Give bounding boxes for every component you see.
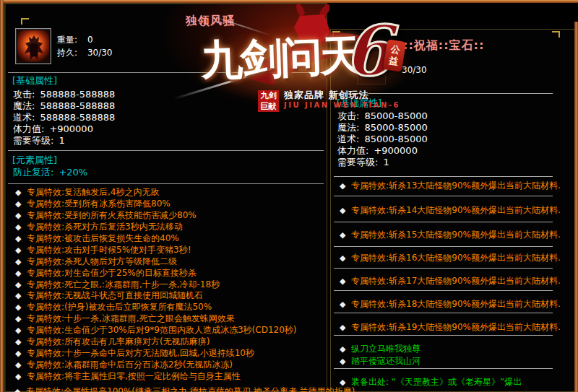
effect-text: 专属特效:受到的所有火系技能伤害减少80% — [27, 210, 197, 220]
weight-label: 重量: — [57, 35, 77, 45]
effect-text: 专属特效:杀死人物后对方等级降低二级 — [27, 256, 177, 266]
effect-text: 专属特效:斩杀13大陆怪物90%额外爆出当前大陆材料. — [351, 180, 561, 191]
diamond-bullet-icon: ◆ — [15, 279, 25, 291]
diamond-bullet-icon: ◆ — [340, 253, 350, 263]
divider — [334, 246, 553, 247]
stat-value: 85000-85000 — [364, 122, 427, 133]
corner-bracket-icon — [552, 31, 560, 38]
diamond-bullet-icon: ◆ — [340, 344, 350, 354]
effect-text: 专属特效:斩杀15大陆怪物90%额外爆出当前大陆材料. — [351, 230, 561, 240]
corner-bracket-icon — [332, 31, 340, 38]
diamond-bullet-icon: ◆ — [15, 302, 25, 313]
stat-row: 体力值:+900000 — [337, 145, 428, 157]
effect-text: 专属特效:被攻击后恢复损失生命的40% — [27, 233, 179, 243]
diamond-bullet-icon: ◆ — [15, 256, 25, 268]
effect-text: 专属特效:冰霜群雨命中后百分百冰冻2秒(无视防冰冻) — [27, 360, 233, 370]
diamond-bullet-icon: ◆ — [15, 371, 25, 383]
diamond-bullet-icon: ◆ — [15, 268, 25, 279]
stat-row: 防止复活:+20% — [13, 167, 87, 178]
item-slot-outline[interactable] — [357, 48, 386, 84]
diamond-bullet-icon: ◆ — [340, 230, 350, 240]
window-border-top — [0, 0, 578, 3]
effect-line: ◆专属特效:斩杀18大陆怪物90%额外爆出当前大陆材料. — [340, 298, 561, 310]
stat-row: 体力值:+900000 — [13, 123, 115, 135]
diamond-bullet-icon: ◆ — [15, 222, 25, 233]
stat-label: 道术: — [13, 112, 35, 123]
base-stats: 攻击:588888-588888 魔法:588888-588888 道术:588… — [13, 89, 115, 147]
item-tooltip-left: 独领风骚 重量: 0 持久: 30/30 [基础属性] 攻击:588888-58… — [4, 3, 327, 392]
item-title: 独领风骚 — [186, 14, 235, 29]
window-border-left — [0, 0, 4, 392]
section-base-attributes: [基础属性] — [12, 74, 57, 87]
stat-label: 需要等级: — [13, 135, 53, 146]
diamond-bullet-icon: ◆ — [340, 378, 350, 387]
effect-text: 专属特效:斩杀19大陆怪物90%额外爆出当前大陆材料. — [351, 322, 561, 332]
weight-value: 0 — [87, 35, 93, 45]
durability-value: 30/30 — [87, 48, 113, 58]
demon-silhouette-icon — [17, 30, 51, 64]
item-icon[interactable] — [15, 28, 51, 64]
diamond-bullet-icon: ◆ — [15, 245, 25, 256]
stat-value: 85000-85000 — [364, 134, 427, 144]
corner-bracket-icon — [21, 18, 29, 25]
stat-label: 攻击: — [13, 89, 35, 100]
durability-label: 持久: — [57, 48, 77, 58]
divider — [334, 268, 553, 269]
divider — [8, 183, 324, 184]
stat-value: 85000-85000 — [364, 110, 427, 121]
effect-text: 专属特效:将非主属性归零,按照一定比例给与自身主属性 — [27, 371, 241, 381]
effect-text: 专属特效:十步一杀,冰霜群雨,死亡之眼会触发蛛网效果 — [27, 313, 235, 323]
effect-text: 专属特效:(护身)被攻击后立即恢复所有魔法50% — [27, 302, 212, 312]
divider — [8, 72, 324, 73]
stat-row: 魔法:588888-588888 — [13, 100, 115, 112]
diamond-bullet-icon: ◆ — [15, 199, 25, 210]
diamond-bullet-icon: ◆ — [340, 181, 350, 191]
durability-row: 持久: 30/30 — [57, 47, 112, 59]
effect-text: 专属特效:斩杀18大陆怪物90%额外爆出当前大陆材料. — [351, 299, 561, 309]
game-screen: 独领风骚 重量: 0 持久: 30/30 [基础属性] 攻击:588888-58… — [0, 0, 578, 392]
stat-label: 体力值: — [13, 123, 44, 134]
divider — [334, 196, 553, 196]
stat-row: 道术:85000-85000 — [337, 134, 428, 145]
stat-label: 体力值: — [337, 145, 368, 156]
durability-value: 30/30 — [402, 65, 427, 75]
effect-text: 专属特效:死亡之眼,:冰霜群雨,十步一杀,冷却-18秒 — [27, 279, 220, 289]
stat-row: 道术:588888-588888 — [13, 112, 115, 123]
source-text: 装备出处: “《天罡教主》或《老寿星》”爆出 — [351, 377, 522, 387]
diamond-bullet-icon: ◆ — [15, 313, 25, 325]
diamond-bullet-icon: ◆ — [340, 323, 350, 332]
divider — [334, 176, 553, 177]
stat-value: 1 — [59, 135, 64, 146]
stat-value: 1 — [383, 157, 389, 167]
section-base-attributes: [基础属性] — [337, 97, 381, 110]
diamond-bullet-icon: ◆ — [14, 388, 25, 392]
effect-text: 专属特效:全属性提高100%(继承三相之力,德拉克萨的暮刃,神圣分离者,兰德里的… — [26, 387, 355, 392]
divider — [8, 150, 324, 151]
stat-value: +900000 — [49, 123, 93, 134]
stat-label: 魔法: — [13, 100, 35, 111]
diamond-bullet-icon: ◆ — [15, 233, 25, 245]
stat-label: 攻击: — [337, 110, 359, 121]
divider — [334, 93, 553, 94]
motto-text: 纵刀立马唯我独尊 — [351, 344, 420, 354]
stat-row: 攻击:85000-85000 — [337, 110, 428, 122]
effect-text: 专属特效:斩杀17大陆怪物90%额外爆出当前大陆材料. — [351, 276, 561, 286]
stat-row: 需要等级:1 — [13, 135, 115, 147]
stat-value: +900000 — [374, 145, 418, 156]
diamond-bullet-icon: ◆ — [340, 206, 350, 215]
motto-line: ◆踏平倭寇还我山河 — [340, 355, 420, 367]
effect-text: 专属特效:十步一杀命中后对方无法随机,回城,小退持续10秒 — [27, 348, 254, 358]
effect-line: ◆专属特效:斩杀16大陆怪物90%额外爆出当前大陆材料. — [340, 252, 561, 264]
weight-row: 重量: 0 — [57, 34, 93, 46]
motto-line: ◆纵刀立马唯我独尊 — [340, 343, 420, 355]
stat-row: 需要等级:1 — [337, 157, 428, 168]
diamond-bullet-icon: ◆ — [15, 348, 25, 360]
stat-label: 防止复活: — [13, 167, 53, 178]
divider — [334, 335, 553, 336]
effect-line: ◆专属特效:斩杀13大陆怪物90%额外爆出当前大陆材料. — [340, 180, 561, 192]
effect-line: ◆专属特效:斩杀15大陆怪物90%额外爆出当前大陆材料. — [340, 229, 561, 241]
diamond-bullet-icon: ◆ — [340, 357, 350, 366]
base-stats: 攻击:85000-85000 魔法:85000-85000 道术:85000-8… — [337, 110, 428, 168]
diamond-bullet-icon: ◆ — [15, 290, 25, 302]
divider — [334, 313, 553, 313]
